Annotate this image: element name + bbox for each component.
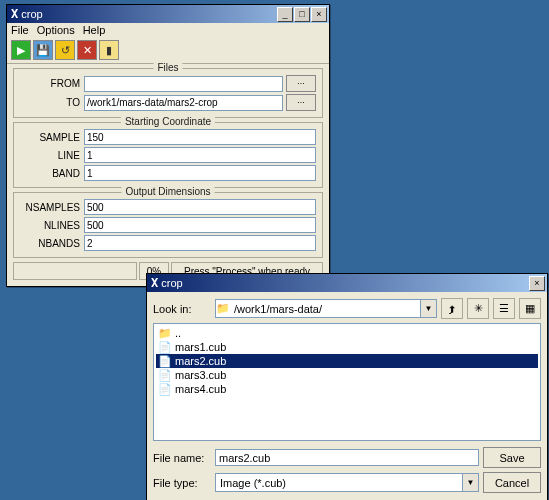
line-input[interactable] [84,147,316,163]
nbands-input[interactable] [84,235,316,251]
section-label: Output Dimensions [121,186,214,197]
close-button[interactable]: × [529,276,545,291]
band-label: BAND [20,168,84,179]
app-icon: X [151,276,158,290]
menu-options[interactable]: Options [37,24,75,36]
to-label: TO [20,97,84,108]
chevron-down-icon[interactable]: ▼ [462,474,478,491]
filename-label: File name: [153,452,211,464]
stop-tool-button[interactable]: ✕ [77,40,97,60]
titlebar: X crop _ □ × [7,5,329,23]
to-browse-button[interactable]: ... [286,94,316,111]
filetype-label: File type: [153,477,211,489]
lookin-combo[interactable]: 📁 /work1/mars-data/ ▼ [215,299,437,318]
nlines-label: NLINES [20,220,84,231]
minimize-button[interactable]: _ [277,7,293,22]
toolbar: ▶ 💾 ↺ ✕ ▮ [7,37,329,64]
save-button[interactable]: Save [483,447,541,468]
file-icon: 📄 [158,355,172,368]
crop-main-window: X crop _ □ × File Options Help ▶ 💾 ↺ ✕ ▮… [6,4,330,287]
file-list[interactable]: 📁..📄mars1.cub📄mars2.cub📄mars3.cub📄mars4.… [153,323,541,441]
nsamples-input[interactable] [84,199,316,215]
detail-view-button[interactable]: ▦ [519,298,541,319]
section-label: Starting Coordinate [121,116,215,127]
chevron-down-icon[interactable]: ▼ [420,300,436,317]
file-name: mars3.cub [175,369,226,381]
lookin-label: Look in: [153,303,211,315]
new-folder-button[interactable]: ✳ [467,298,489,319]
list-view-button[interactable]: ☰ [493,298,515,319]
file-name: mars2.cub [175,355,226,367]
save-tool-button[interactable]: 💾 [33,40,53,60]
starting-coordinate-section: Starting Coordinate SAMPLE LINE BAND [13,122,323,188]
output-dimensions-section: Output Dimensions NSAMPLES NLINES NBANDS [13,192,323,258]
from-label: FROM [20,78,84,89]
file-name: mars1.cub [175,341,226,353]
section-label: Files [153,62,182,73]
file-icon: 📄 [158,369,172,382]
maximize-button[interactable]: □ [294,7,310,22]
list-item[interactable]: 📄mars1.cub [156,340,538,354]
close-button[interactable]: × [311,7,327,22]
window-title: crop [161,277,182,289]
file-name: mars4.cub [175,383,226,395]
progress-bar [13,262,137,280]
menubar: File Options Help [7,23,329,37]
sample-label: SAMPLE [20,132,84,143]
to-input[interactable] [84,95,283,111]
list-item[interactable]: 📄mars2.cub [156,354,538,368]
nbands-label: NBANDS [20,238,84,249]
menu-file[interactable]: File [11,24,29,36]
list-item[interactable]: 📄mars3.cub [156,368,538,382]
folder-up-icon: 📁 [158,327,172,340]
list-item[interactable]: 📁.. [156,326,538,340]
window-title: crop [21,8,42,20]
process-button[interactable]: ▶ [11,40,31,60]
from-input[interactable] [84,76,283,92]
cancel-button[interactable]: Cancel [483,472,541,493]
files-section: Files FROM ... TO ... [13,68,323,118]
reset-tool-button[interactable]: ↺ [55,40,75,60]
filetype-combo[interactable]: Image (*.cub) ▼ [215,473,479,492]
line-label: LINE [20,150,84,161]
list-item[interactable]: 📄mars4.cub [156,382,538,396]
lookin-value: /work1/mars-data/ [230,300,420,317]
sample-input[interactable] [84,129,316,145]
filename-input[interactable] [215,449,479,466]
menu-help[interactable]: Help [83,24,106,36]
file-name: .. [175,327,181,339]
log-tool-button[interactable]: ▮ [99,40,119,60]
up-folder-button[interactable]: ⮭ [441,298,463,319]
app-icon: X [11,7,18,21]
filetype-value: Image (*.cub) [216,474,462,491]
from-browse-button[interactable]: ... [286,75,316,92]
titlebar: X crop × [147,274,547,292]
band-input[interactable] [84,165,316,181]
file-dialog-window: X crop × Look in: 📁 /work1/mars-data/ ▼ … [146,273,548,500]
file-icon: 📄 [158,383,172,396]
nsamples-label: NSAMPLES [20,202,84,213]
folder-icon: 📁 [216,300,230,317]
nlines-input[interactable] [84,217,316,233]
file-icon: 📄 [158,341,172,354]
